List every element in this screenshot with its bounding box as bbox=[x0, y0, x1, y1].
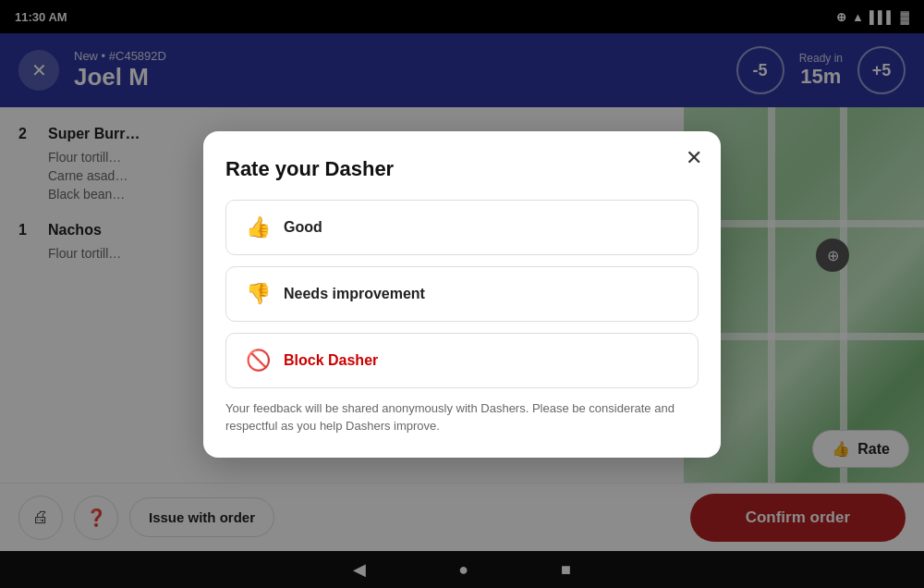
modal-close-button[interactable]: ✕ bbox=[686, 148, 702, 168]
rating-good-label: Good bbox=[284, 219, 322, 236]
modal-disclaimer: Your feedback will be shared anonymously… bbox=[225, 399, 699, 435]
rating-good-button[interactable]: 👍 Good bbox=[225, 200, 699, 255]
modal-overlay: Rate your Dasher ✕ 👍 Good 👎 Needs improv… bbox=[0, 0, 924, 588]
rate-dasher-modal: Rate your Dasher ✕ 👍 Good 👎 Needs improv… bbox=[203, 131, 721, 458]
modal-title: Rate your Dasher bbox=[225, 157, 699, 181]
block-icon: 🚫 bbox=[245, 349, 271, 373]
rating-block-label: Block Dasher bbox=[284, 352, 378, 369]
rating-needs-improvement-button[interactable]: 👎 Needs improvement bbox=[225, 266, 699, 322]
thumbs-down-icon: 👎 bbox=[245, 282, 271, 306]
rating-needs-improvement-label: Needs improvement bbox=[284, 286, 425, 302]
thumbs-up-icon: 👍 bbox=[245, 215, 271, 239]
rating-block-button[interactable]: 🚫 Block Dasher bbox=[225, 333, 699, 388]
